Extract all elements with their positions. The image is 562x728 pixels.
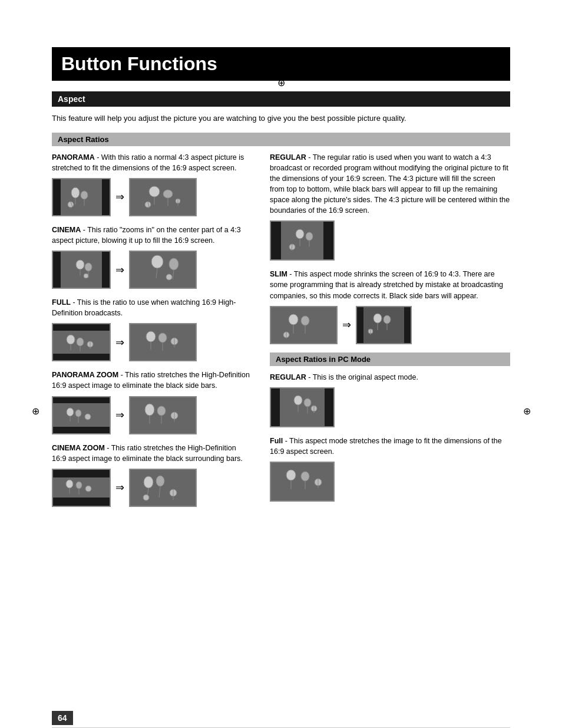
panorama-zoom-images: ⇒ [52, 396, 252, 434]
svg-point-38 [75, 410, 81, 417]
svg-point-19 [151, 255, 163, 268]
cinema-images: ⇒ [52, 251, 252, 289]
svg-point-52 [144, 476, 153, 488]
panorama-after [129, 178, 197, 216]
page-title: Button Functions [61, 53, 501, 75]
cinema-arrow: ⇒ [115, 263, 124, 276]
svg-point-40 [85, 414, 91, 420]
svg-point-41 [145, 404, 154, 416]
slim-text: SLIM - This aspect mode shrinks the scre… [270, 269, 510, 301]
slim-arrow: ⇒ [342, 318, 351, 331]
reg-mark-left [29, 406, 41, 417]
svg-point-6 [149, 186, 160, 197]
right-column: REGULAR - The regular ratio is used when… [270, 152, 510, 515]
pc-regular-text: REGULAR - This is the original aspect mo… [270, 372, 510, 383]
svg-point-77 [294, 396, 302, 405]
cinema-after [129, 251, 197, 289]
full-before [52, 323, 111, 361]
svg-point-61 [306, 232, 313, 241]
pc-regular-images [270, 387, 510, 427]
slim-before [270, 306, 338, 344]
panorama-item: PANORAMA - With this ratio a normal 4:3 … [52, 152, 252, 216]
svg-point-8 [163, 190, 173, 198]
pz-before [52, 396, 111, 434]
svg-point-67 [301, 316, 309, 325]
reg-mark-top [275, 77, 287, 88]
svg-point-0 [71, 187, 80, 198]
pc-full-item: Full - This aspect mode stretches the im… [270, 436, 510, 502]
panorama-images: ⇒ [52, 178, 252, 216]
cinema-text: CINEMA - This ratio "zooms in" on the ce… [52, 225, 252, 246]
intro-text: This feature will help you adjust the pi… [52, 113, 510, 124]
svg-point-83 [286, 470, 296, 480]
svg-point-30 [146, 331, 156, 342]
aspect-section-header: Aspect [52, 91, 510, 107]
cz-before [52, 469, 111, 507]
svg-line-22 [173, 270, 174, 279]
full-images: ⇒ [52, 323, 252, 361]
svg-line-55 [159, 486, 160, 498]
pc-full-text: Full - This aspect mode stretches the im… [270, 436, 510, 457]
pz-after [129, 396, 197, 434]
svg-point-85 [301, 472, 309, 481]
cinema-item: CINEMA - This ratio "zooms in" on the ce… [52, 225, 252, 289]
svg-point-16 [85, 263, 92, 271]
aspect-ratios-header: Aspect Ratios [52, 133, 510, 146]
svg-point-73 [384, 315, 391, 324]
cz-after [129, 469, 197, 507]
regular-text: REGULAR - The regular ratio is used when… [270, 152, 510, 216]
svg-point-43 [157, 406, 166, 416]
svg-point-18 [84, 274, 88, 278]
full-after [129, 323, 197, 361]
regular-item: REGULAR - The regular ratio is used when… [270, 152, 510, 261]
svg-point-26 [77, 338, 84, 346]
two-col-layout: PANORAMA - With this ratio a normal 4:3 … [52, 152, 510, 515]
reg-mark-right [521, 406, 533, 417]
regular-image [270, 220, 335, 261]
page-number: 64 [52, 711, 73, 725]
svg-point-21 [169, 258, 178, 270]
cinema-zoom-item: CINEMA ZOOM - This ratio stretches the H… [52, 443, 252, 507]
pc-full-image [270, 462, 335, 502]
svg-point-51 [85, 486, 91, 492]
svg-point-54 [156, 476, 164, 486]
panorama-text: PANORAMA - With this ratio a normal 4:3 … [52, 152, 252, 173]
panorama-arrow: ⇒ [115, 190, 124, 203]
panorama-zoom-item: PANORAMA ZOOM - This ratio stretches the… [52, 370, 252, 434]
page-header: Button Functions Aspect This feature wil… [52, 47, 510, 146]
pc-mode-section: Aspect Ratios in PC Mode REGULAR - This … [270, 353, 510, 502]
svg-point-49 [76, 482, 82, 489]
svg-point-2 [81, 191, 88, 199]
cinema-zoom-images: ⇒ [52, 469, 252, 507]
left-column: PANORAMA - With this ratio a normal 4:3 … [52, 152, 252, 515]
panorama-zoom-text: PANORAMA ZOOM - This ratio stretches the… [52, 370, 252, 391]
slim-item: SLIM - This aspect mode shrinks the scre… [270, 269, 510, 344]
svg-point-14 [76, 260, 84, 269]
full-text: FULL - This is the ratio to use when wat… [52, 297, 252, 318]
svg-point-65 [289, 314, 298, 325]
svg-point-59 [296, 229, 304, 239]
svg-point-79 [304, 398, 311, 407]
svg-point-36 [67, 408, 74, 416]
slim-images: ⇒ [270, 306, 510, 344]
full-arrow: ⇒ [115, 336, 124, 349]
page-container: Button Functions Aspect This feature wil… [0, 47, 562, 728]
pz-arrow: ⇒ [115, 409, 124, 421]
cinema-zoom-text: CINEMA ZOOM - This ratio stretches the H… [52, 443, 252, 464]
pc-regular-item: REGULAR - This is the original aspect mo… [270, 372, 510, 427]
full-item: FULL - This is the ratio to use when wat… [52, 297, 252, 361]
title-bar: Button Functions [52, 47, 510, 81]
cinema-before [52, 251, 111, 289]
svg-point-71 [373, 314, 382, 323]
svg-point-32 [158, 333, 167, 342]
svg-point-23 [166, 274, 172, 280]
slim-after [356, 306, 412, 344]
pc-full-images [270, 462, 510, 502]
svg-line-20 [156, 268, 157, 278]
svg-point-56 [143, 495, 149, 500]
pc-mode-header: Aspect Ratios in PC Mode [270, 353, 510, 366]
pc-regular-image [270, 387, 335, 427]
regular-images [270, 220, 510, 261]
cz-arrow: ⇒ [115, 481, 124, 494]
svg-point-47 [66, 480, 73, 488]
